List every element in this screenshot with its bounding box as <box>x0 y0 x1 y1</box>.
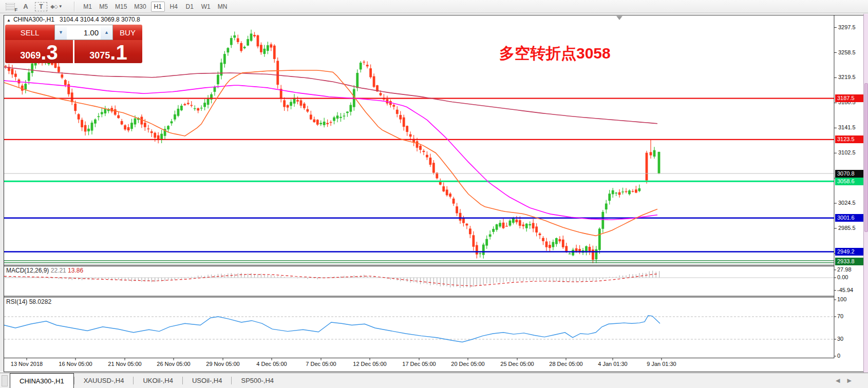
time-axis-label: 12 Dec 05:00 <box>353 361 386 367</box>
sell-button[interactable]: SELL <box>5 25 54 40</box>
time-axis-label: 4 Dec 05:00 <box>256 361 287 367</box>
timeframe-button-m15[interactable]: M15 <box>112 2 129 12</box>
price-level-badge: 3070.8 <box>835 170 863 178</box>
toolbar-separator <box>74 2 74 12</box>
macd-name: MACD(12,26,9) <box>6 267 49 274</box>
macd-value: 22.21 <box>51 267 66 274</box>
time-axis-label: 26 Nov 05:00 <box>157 361 190 367</box>
buy-price-button[interactable]: 3075.1 <box>74 40 142 63</box>
price-level-badge: 3001.6 <box>835 214 863 222</box>
rsi-value: 58.0282 <box>29 298 51 305</box>
symbol-name: CHINA300-,H1 <box>13 16 54 23</box>
macd-signal-value: 13.86 <box>68 267 83 274</box>
ohlc-values: 3104.4 3104.4 3069.8 3070.8 <box>60 16 140 23</box>
time-axis-label: 20 Dec 05:00 <box>451 361 484 367</box>
time-axis-label: 29 Nov 05:00 <box>206 361 239 367</box>
price-tick-label: 3102.5 <box>838 149 856 156</box>
collapse-triangle-icon: ▲ <box>7 18 11 23</box>
macd-scale-label: 0.00 <box>837 274 848 280</box>
timeframe-button-w1[interactable]: W1 <box>199 2 213 12</box>
chart-tab-5[interactable]: SP500-,H4 <box>232 373 283 388</box>
rsi-scale-label: 30 <box>837 336 843 342</box>
time-axis-label: 9 Jan 01:30 <box>647 361 676 367</box>
timeframe-buttons: M1M5M15M30H1H4D1W1MN <box>80 2 231 12</box>
timeframe-button-m30[interactable]: M30 <box>131 2 148 12</box>
vertical-scrollbar[interactable] <box>863 14 868 388</box>
chart-tab-4[interactable]: USOil-,H4 <box>183 373 232 388</box>
price-line-tool-icon[interactable]: F <box>4 2 16 12</box>
timeframe-button-m1[interactable]: M1 <box>81 2 95 12</box>
time-axis-label: 4 Jan 01:30 <box>598 361 628 367</box>
volume-stepper: ▼ ▲ <box>54 25 113 40</box>
chart-ohlc-header: ▲CHINA300-,H13104.4 3104.4 3069.8 3070.8 <box>7 16 140 23</box>
time-axis-label: 16 Nov 05:00 <box>59 361 92 367</box>
rsi-scale-label: 0 <box>837 353 840 359</box>
volume-input[interactable] <box>67 25 101 40</box>
timeframe-button-h1[interactable]: H1 <box>151 2 165 12</box>
sell-price-pips: .3 <box>41 42 58 63</box>
volume-decrease-button[interactable]: ▼ <box>55 25 67 40</box>
price-tick-label: 3258.5 <box>838 49 856 55</box>
diamonds-icon: ◆◇ <box>50 4 57 9</box>
grid-icon: F <box>6 3 15 10</box>
price-level-badge: 2949.2 <box>835 248 863 256</box>
buy-button[interactable]: BUY <box>113 25 142 40</box>
time-axis-label: 21 Nov 05:00 <box>108 361 141 367</box>
price-tick-label: 3141.5 <box>838 124 856 130</box>
time-axis-label: 7 Dec 05:00 <box>306 361 336 367</box>
chart-window: ▲CHINA300-,H13104.4 3104.4 3069.8 3070.8… <box>0 0 868 388</box>
text-label-tool-icon[interactable]: T <box>35 2 47 11</box>
rsi-name: RSI(14) <box>6 298 27 305</box>
scrollbar-thumb[interactable] <box>864 83 868 232</box>
time-axis-label: 17 Dec 05:00 <box>402 361 436 367</box>
mt4-window: F A T ◆◇ ▼ M1M5M15M30H1H4D1W1MN ▲CHINA30… <box>0 0 868 388</box>
macd-indicator-label: MACD(12,26,9) 22.21 13.86 <box>6 267 83 274</box>
time-axis-label: 13 Nov 2018 <box>11 361 43 367</box>
one-click-trade-panel: SELL ▼ ▲ BUY 3069.3 3075.1 <box>5 25 142 63</box>
timeframe-button-m5[interactable]: M5 <box>97 2 110 12</box>
volume-increase-button[interactable]: ▲ <box>101 25 112 40</box>
price-level-badge: 3187.5 <box>835 94 863 102</box>
arrange-objects-icon[interactable]: ◆◇ ▼ <box>50 2 63 12</box>
font-tool-icon[interactable]: A <box>20 2 32 12</box>
chart-tab-1[interactable]: CHINA300-,H1 <box>10 373 74 388</box>
grid-icon-letter: F <box>15 7 18 12</box>
time-axis-label: 28 Dec 05:00 <box>549 361 582 367</box>
chart-tab-2[interactable]: XAUUSD-,H4 <box>74 373 134 388</box>
price-tick-label: 3024.5 <box>838 200 856 206</box>
chart-text-annotation: 多空转折点3058 <box>499 43 611 64</box>
macd-scale-label: -45.94 <box>837 287 853 293</box>
timeframe-button-h4[interactable]: H4 <box>167 2 181 12</box>
tabbar-grip[interactable] <box>2 375 8 386</box>
sell-price-button[interactable]: 3069.3 <box>5 40 73 63</box>
chart-tab-3[interactable]: UKOil-,H4 <box>134 373 182 388</box>
price-tick-label: 3297.5 <box>838 24 856 30</box>
sell-price-main: 3069 <box>20 50 41 61</box>
price-tick-label: 3219.5 <box>838 74 856 80</box>
tab-scroll-arrows[interactable]: ◀▶ <box>836 377 859 384</box>
timeframe-button-mn[interactable]: MN <box>215 2 230 12</box>
timeframe-button-d1[interactable]: D1 <box>183 2 197 12</box>
toolbar: F A T ◆◇ ▼ M1M5M15M30H1H4D1W1MN <box>0 0 868 13</box>
price-level-badge: 2933.8 <box>835 258 863 265</box>
macd-scale-label: 27.98 <box>837 266 852 273</box>
rsi-scale-label: 100 <box>837 296 846 302</box>
time-axis-label: 25 Dec 05:00 <box>500 361 534 367</box>
buy-price-main: 3075 <box>89 50 110 61</box>
rsi-scale-label: 70 <box>837 313 843 319</box>
buy-price-pips: .1 <box>110 42 127 63</box>
chevron-down-icon: ▼ <box>59 4 63 9</box>
rsi-indicator-label: RSI(14) 58.0282 <box>6 298 51 305</box>
price-level-badge: 3058.6 <box>835 178 863 185</box>
price-level-badge: 3123.5 <box>835 135 863 143</box>
price-tick-label: 2985.5 <box>838 225 856 231</box>
chart-tabs-bar: CHINA300-,H1XAUUSD-,H4UKOil-,H4USOil-,H4… <box>0 373 868 388</box>
